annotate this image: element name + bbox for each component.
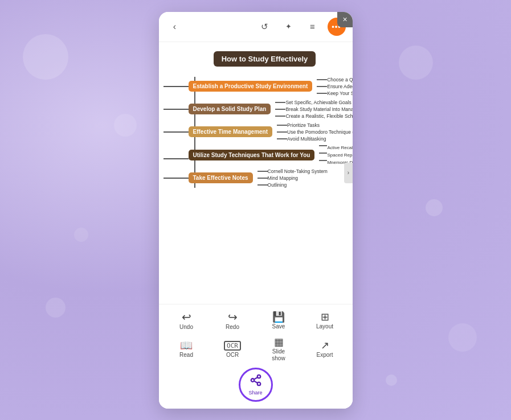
- branch-label-4: Utilize Study Techniques That Work for Y…: [189, 150, 315, 160]
- layout-button[interactable]: ⊞ Layout: [309, 310, 341, 332]
- top-toolbar: ‹ ↺ ✦ ≡ •••: [159, 12, 353, 42]
- subitem-row: Ensure Adequate Lighting: [317, 84, 352, 89]
- subitem-row: Outlining: [257, 182, 328, 188]
- save-label: Save: [272, 323, 285, 330]
- subitem-text: Prioritize Tasks: [287, 122, 320, 128]
- save-button[interactable]: 💾 Save: [263, 310, 295, 332]
- branch-5: Take Effective Notes Cornell Note-Taking…: [163, 168, 348, 188]
- save-icon: 💾: [272, 312, 285, 322]
- slideshow-icon: ▦: [274, 337, 284, 347]
- root-node: How to Study Effectively: [214, 51, 316, 67]
- branch-1: Establish a Productive Study Environment…: [163, 77, 348, 96]
- pin-icon[interactable]: ✦: [280, 18, 298, 36]
- bottom-row-2: 📖 Read OCR OCR ▦ Slideshow ↗ Export: [159, 335, 353, 364]
- close-button[interactable]: ×: [337, 12, 353, 27]
- redo-label: Redo: [226, 324, 239, 330]
- subitem-row: Choose a Quiet, Distraction Free Area: [317, 77, 352, 83]
- subitem-row: Avoid Multitasking: [277, 136, 352, 142]
- subitem-text: Create a Realistic, Flexible Schedule: [285, 113, 352, 119]
- ocr-label: OCR: [226, 352, 239, 358]
- subitem-row: Break Study Material Into Manageable Chu…: [275, 106, 352, 112]
- slideshow-button[interactable]: ▦ Slideshow: [263, 335, 295, 364]
- branch-4: Utilize Study Techniques That Work for Y…: [163, 145, 348, 165]
- subitem-text: Keep Your Study Space Clean and Orga...: [327, 90, 352, 96]
- subitem-row: Create a Realistic, Flexible Schedule: [275, 113, 352, 119]
- subitem-row: Keep Your Study Space Clean and Orga...: [317, 90, 352, 96]
- subitem-row: Cornell Note-Taking System: [257, 168, 328, 174]
- subitems-5: Cornell Note-Taking System Mind Mapping …: [257, 168, 328, 188]
- share-icon: [250, 374, 262, 389]
- sub-branch-label: Spaced Repetition: [327, 153, 352, 158]
- subitem-text: Break Study Material Into Manageable Chu…: [285, 106, 352, 112]
- redo-icon: ↪: [228, 311, 238, 323]
- ocr-icon: OCR: [224, 341, 241, 351]
- ocr-button[interactable]: OCR OCR: [216, 339, 248, 360]
- undo-button[interactable]: ↩ Undo: [170, 309, 202, 332]
- subitem-row: Mind Mapping: [257, 175, 328, 181]
- subitem-row: Prioritize Tasks: [277, 122, 352, 128]
- svg-line-4: [254, 377, 257, 379]
- export-label: Export: [317, 352, 333, 358]
- expand-right-button[interactable]: ›: [344, 163, 353, 183]
- share-section: Share: [159, 364, 353, 406]
- export-button[interactable]: ↗ Export: [309, 338, 341, 360]
- mindmap-area: How to Study Effectively Establish a Pro…: [159, 42, 353, 304]
- subitems-3: Prioritize Tasks Use the Pomodoro Techni…: [277, 122, 352, 142]
- subitem-text: Ensure Adequate Lighting: [327, 84, 352, 89]
- layout-label: Layout: [316, 323, 333, 330]
- branch-label-1: Establish a Productive Study Environment: [189, 81, 313, 92]
- branch-2: Develop a Solid Study Plan Set Specific,…: [163, 100, 348, 119]
- branch-label-2: Develop a Solid Study Plan: [189, 104, 271, 114]
- branch-label-3: Effective Time Management: [189, 126, 273, 137]
- bottom-row-1: ↩ Undo ↪ Redo 💾 Save ⊞ Layout: [159, 309, 353, 332]
- subitem-row: Set Specific, Achievable Goals: [275, 100, 352, 105]
- read-icon: 📖: [180, 340, 193, 351]
- sub-branch-row: Spaced Repetition Review Mater...: [319, 153, 352, 158]
- undo-label: Undo: [179, 324, 193, 330]
- branch-3: Effective Time Management Prioritize Tas…: [163, 122, 348, 142]
- undo-icon: ↩: [182, 311, 191, 323]
- history-icon[interactable]: ↺: [256, 18, 274, 36]
- subitem-text: Mind Mapping: [268, 175, 298, 181]
- main-modal: × ‹ ↺ ✦ ≡ ••• How to Study Effectively E…: [159, 12, 353, 409]
- svg-line-3: [254, 381, 257, 383]
- subitem-text: Cornell Note-Taking System: [268, 168, 328, 174]
- redo-button[interactable]: ↪ Redo: [216, 309, 248, 332]
- branch-label-5: Take Effective Notes: [189, 172, 253, 183]
- back-button[interactable]: ‹: [166, 18, 184, 36]
- subitems-1: Choose a Quiet, Distraction Free Area En…: [317, 77, 352, 96]
- list-icon[interactable]: ≡: [304, 18, 322, 36]
- sub-branch-row: Active Recal. Practice Retrieving: [319, 145, 352, 150]
- slideshow-label: Slideshow: [272, 348, 285, 362]
- subitem-text: Use the Pomodoro Technique (25 mins stud…: [287, 129, 352, 135]
- subitem-text: Choose a Quiet, Distraction Free Area: [327, 77, 352, 83]
- read-button[interactable]: 📖 Read: [170, 338, 202, 360]
- bottom-toolbar: ↩ Undo ↪ Redo 💾 Save ⊞ Layout 📖 Read: [159, 304, 353, 409]
- subitem-text: Set Specific, Achievable Goals: [285, 100, 351, 105]
- share-label: Share: [248, 390, 262, 396]
- sub-branch-label: Active Recal.: [327, 145, 352, 150]
- share-button[interactable]: Share: [239, 368, 273, 402]
- read-label: Read: [179, 352, 193, 358]
- subitem-row: Use the Pomodoro Technique (25 mins stud…: [277, 129, 352, 135]
- export-icon: ↗: [321, 340, 329, 351]
- layout-icon: ⊞: [321, 312, 329, 322]
- subitem-text: Outlining: [268, 182, 287, 188]
- subitem-text: Avoid Multitasking: [287, 136, 326, 142]
- subitems-4: Active Recal. Practice Retrieving Spaced…: [319, 145, 352, 165]
- subitems-2: Set Specific, Achievable Goals Break Stu…: [275, 100, 352, 119]
